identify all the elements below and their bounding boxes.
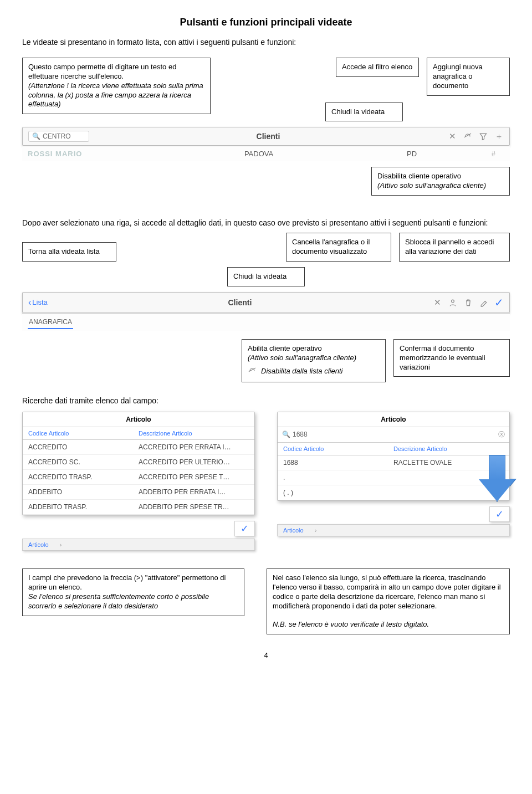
client-prov: PD [407,150,483,158]
search-icon: 🔍 [282,431,290,438]
chevron-right-icon: › [315,527,317,534]
search-input[interactable]: 🔍 CENTRO [28,131,89,142]
client-name: ROSSI MARIO [28,150,244,158]
clear-icon[interactable]: ⓧ [498,430,505,439]
callout-long-list: Nel caso l'elenco sia lungo, si può effe… [267,568,510,634]
callout-activator: I campi che prevedono la freccia (>) "at… [22,568,244,616]
panel-headers: Codice Articolo Descrizione Articolo [278,443,509,455]
callout-confirm: Conferma il documento memorizzando le ev… [393,339,510,377]
link-disable-icon[interactable] [463,131,473,141]
back-button[interactable]: ‹ Lista [28,298,48,308]
panel-search-input[interactable]: 🔍 1688 [282,431,498,438]
list-title: Clienti [95,132,442,141]
filter-icon[interactable] [478,131,488,141]
close-icon[interactable]: ✕ [447,131,457,141]
table-row[interactable]: 1688 RACLETTE OVALE [278,455,509,470]
field-activator-right[interactable]: Articolo › [277,524,510,536]
panel-headers: Codice Articolo Descrizione Articolo [23,427,254,440]
callout-add: Aggiungi nuova anagrafica o documento [427,58,510,96]
confirm-button[interactable]: ✓ [489,506,510,522]
section2-para: Dopo aver selezionato una riga, si acced… [22,218,510,228]
callout-disable-client: Disabilita cliente operativo (Attivo sol… [371,167,510,196]
table-row[interactable]: . [278,470,509,485]
confirm-button[interactable]: ✓ [234,521,255,536]
panel-title: Articolo [278,412,509,427]
articolo-panel-left: Articolo Codice Articolo Descrizione Art… [22,412,255,515]
table-row[interactable]: ADDEBITO TRASP. ADDEBITO PER SPESE TR… [23,500,254,515]
callout-search: Questo campo permette di digitare un tes… [22,58,211,114]
clienti-list-bar: 🔍 CENTRO Clienti ✕ ＋ [22,127,510,146]
pencil-icon[interactable] [479,298,489,308]
table-row[interactable]: ACCREDITO SC. ACCREDITO PER ULTERIO… [23,455,254,470]
add-icon[interactable]: ＋ [494,131,504,141]
intro-text: Le videate si presentano in formato list… [22,37,510,48]
section3-heading: Ricerche dati tramite elenco dal campo: [22,396,510,406]
link-disable-icon [248,366,257,378]
table-row[interactable]: ACCREDITO ACCREDITO PER ERRATA I… [23,440,254,455]
search-icon: 🔍 [32,132,40,140]
callout-unlock: Sblocca il pannello e accedi alla variaz… [399,233,510,262]
callout-close-2: Chiudi la videata [227,267,305,286]
table-row[interactable]: ADDEBITO ADDEBITO PER ERRATA I… [23,485,254,500]
confirm-icon[interactable]: ✓ [494,296,504,309]
table-row[interactable]: ( . ) [278,485,509,500]
panel-title: Articolo [23,412,254,427]
detail-title: Clienti [53,298,427,307]
user-icon[interactable] [448,298,458,308]
clienti-detail-bar: ‹ Lista Clienti ✕ ✓ [22,292,510,313]
trash-icon[interactable] [463,298,473,308]
callout-enable-client: Abilita cliente operativo (Attivo solo s… [242,339,386,382]
chevron-right-icon: › [60,541,62,548]
hash-icon: # [483,150,504,158]
callout-close: Chiudi la videata [325,103,403,122]
page-number: 4 [22,651,510,659]
table-row[interactable]: ACCREDITO TRASP. ACCREDITO PER SPESE T… [23,470,254,485]
tab-anagrafica[interactable]: ANAGRAFICA [28,316,73,329]
client-row[interactable]: ROSSI MARIO PADOVA PD # [22,146,510,161]
callout-filter: Accede al filtro elenco [336,58,419,77]
callout-back: Torna alla videata lista [22,242,116,262]
client-city: PADOVA [244,150,407,158]
articolo-panel-right: Articolo 🔍 1688 ⓧ Codice Articolo Descri… [277,412,510,501]
close-icon[interactable]: ✕ [432,298,442,308]
detail-tabs: ANAGRAFICA [22,313,510,331]
page-title: Pulsanti e funzioni principali videate [22,17,510,28]
scroll-arrow-icon [479,455,515,503]
field-activator-left[interactable]: Articolo › [22,539,255,551]
svg-point-0 [452,300,454,303]
callout-delete: Cancella l'anagrafica o il documento vis… [286,233,391,262]
